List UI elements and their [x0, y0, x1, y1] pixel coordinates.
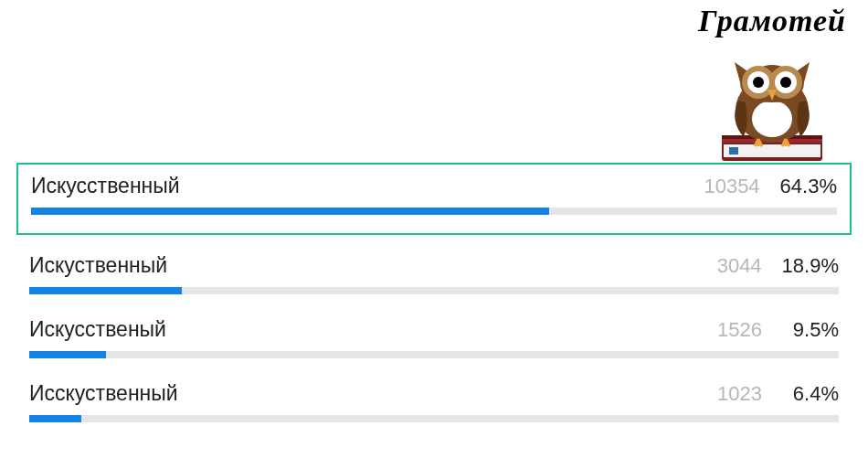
answer-percent: 64.3%	[780, 175, 837, 198]
brand-title: Грамотей	[698, 4, 846, 38]
answer-label: Искусственный	[31, 174, 180, 198]
progress-bar	[29, 287, 839, 294]
svg-point-6	[752, 101, 792, 137]
progress-bar	[29, 351, 839, 358]
owl-on-book-icon	[698, 38, 846, 166]
answer-percent: 18.9%	[782, 254, 839, 278]
answer-percent: 6.4%	[782, 382, 839, 406]
progress-bar-fill	[29, 351, 106, 358]
answer-row: Искуственный 3044 18.9%	[16, 244, 852, 308]
progress-bar-fill	[31, 208, 549, 215]
progress-bar-fill	[29, 287, 182, 294]
svg-point-12	[780, 77, 791, 88]
answer-count: 1526	[717, 318, 762, 342]
brand-block: Грамотей	[698, 4, 846, 166]
answer-percent: 9.5%	[782, 318, 839, 342]
progress-bar	[29, 415, 839, 422]
progress-bar	[31, 208, 837, 215]
answer-row: Искусственый 1526 9.5%	[16, 308, 852, 372]
poll-results: Искусственный 10354 64.3% Искуственный 3…	[16, 163, 852, 436]
svg-rect-3	[729, 147, 738, 154]
answer-count: 1023	[717, 382, 762, 406]
answer-count: 10354	[704, 175, 759, 198]
answer-row: Исскуственный 1023 6.4%	[16, 372, 852, 436]
answer-count: 3044	[717, 254, 762, 278]
answer-label: Искусственый	[29, 317, 166, 342]
answer-row-correct: Искусственный 10354 64.3%	[16, 163, 852, 235]
svg-point-11	[753, 77, 764, 88]
answer-label: Искуственный	[29, 253, 167, 278]
answer-label: Исскуственный	[29, 381, 178, 406]
progress-bar-fill	[29, 415, 81, 422]
